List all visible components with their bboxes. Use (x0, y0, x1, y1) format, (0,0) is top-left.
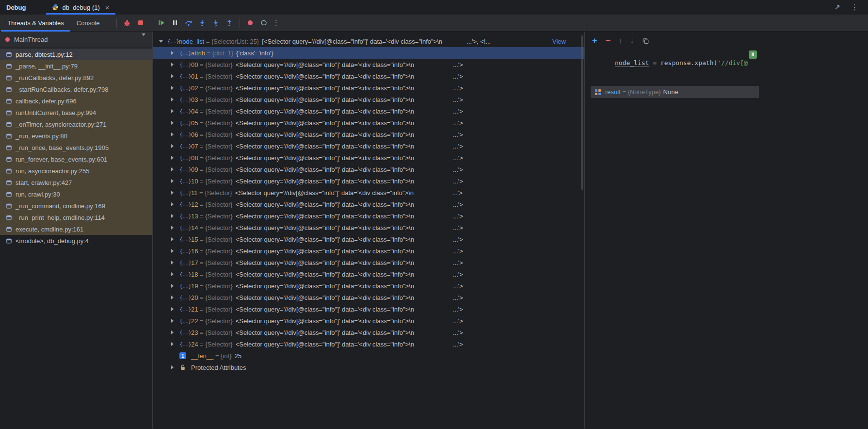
stack-frame-row[interactable]: start, crawler.py:427 (0, 177, 152, 188)
stack-frame-row[interactable]: run, crawl.py:30 (0, 188, 152, 200)
move-down-icon[interactable]: ↓ (630, 37, 634, 44)
watch-result-row[interactable]: result = {NoneType}None (591, 86, 759, 98)
chevron-right-icon[interactable] (171, 167, 179, 171)
stop-icon[interactable] (134, 16, 147, 29)
selector-row[interactable]: {..} 13 = {Selector} <Selector query='//… (153, 210, 584, 222)
stack-frame-row[interactable]: callback, defer.py:696 (0, 95, 152, 107)
view-breakpoints-icon[interactable] (243, 16, 257, 29)
tab-threads-variables[interactable]: Threads & Variables (1, 15, 70, 32)
selector-row[interactable]: {..} 09 = {Selector} <Selector query='//… (153, 164, 584, 175)
chevron-right-icon[interactable] (171, 156, 179, 160)
mute-breakpoints-icon[interactable] (257, 16, 271, 29)
selector-row[interactable]: {..} 24 = {Selector} <Selector query='//… (153, 338, 584, 350)
stack-frame-row[interactable]: _run_print_help, cmdline.py:114 (0, 212, 152, 223)
chevron-right-icon[interactable] (171, 86, 179, 90)
chevron-down-icon[interactable] (159, 40, 167, 43)
rerun-debug-icon[interactable] (120, 16, 134, 29)
selector-row[interactable]: {..} 06 = {Selector} <Selector query='//… (153, 129, 584, 140)
step-into-icon[interactable] (195, 16, 209, 29)
variable-row-protected-attributes[interactable]: Protected Attributes (153, 362, 584, 373)
chevron-right-icon[interactable] (171, 98, 179, 101)
stack-frame-row[interactable]: _run_once, base_events.py:1905 (0, 142, 152, 153)
variable-row-attrib[interactable]: {..} attrib = {dict: 1} {'class': 'info'… (153, 47, 584, 59)
chevron-right-icon[interactable] (171, 319, 179, 323)
step-out-icon[interactable] (223, 16, 236, 29)
view-link[interactable]: View (552, 38, 566, 45)
selector-row[interactable]: {..} 04 = {Selector} <Selector query='//… (153, 105, 584, 117)
chevron-right-icon[interactable] (171, 330, 179, 334)
chevron-right-icon[interactable] (171, 51, 179, 55)
scrollbar[interactable] (581, 35, 583, 190)
thread-selector[interactable]: MainThread (0, 32, 152, 48)
chevron-right-icon[interactable] (171, 284, 179, 288)
variable-row-len[interactable]: 1 __len__ = {int} 25 (153, 350, 584, 362)
selector-row[interactable]: {..} 20 = {Selector} <Selector query='//… (153, 292, 584, 303)
selector-row[interactable]: {..} 17 = {Selector} <Selector query='//… (153, 257, 584, 268)
chevron-right-icon[interactable] (171, 109, 179, 113)
chevron-down-icon[interactable] (142, 36, 145, 43)
bookmark-icon[interactable] (749, 50, 757, 59)
stack-frame-row[interactable]: run, asyncioreactor.py:255 (0, 165, 152, 177)
selector-row[interactable]: {..} 05 = {Selector} <Selector query='//… (153, 117, 584, 129)
selector-row[interactable]: {..} 23 = {Selector} <Selector query='//… (153, 327, 584, 338)
selector-row[interactable]: {..} 03 = {Selector} <Selector query='//… (153, 94, 584, 105)
step-over-icon[interactable] (182, 16, 195, 29)
chevron-right-icon[interactable] (171, 226, 179, 230)
stack-frame-row[interactable]: runUntilCurrent, base.py:994 (0, 107, 152, 118)
selector-row[interactable]: {..} 01 = {Selector} <Selector query='//… (153, 70, 584, 82)
remove-watch-icon[interactable]: − (606, 36, 611, 45)
chevron-right-icon[interactable] (171, 74, 179, 78)
selector-row[interactable]: {..} 11 = {Selector} <Selector query='//… (153, 187, 584, 198)
chevron-right-icon[interactable] (171, 237, 179, 241)
selector-row[interactable]: {..} 10 = {Selector} <Selector query='//… (153, 175, 584, 187)
stack-frame-row[interactable]: run_forever, base_events.py:601 (0, 153, 152, 165)
chevron-right-icon[interactable] (171, 365, 179, 369)
selector-row[interactable]: {..} 16 = {Selector} <Selector query='//… (153, 245, 584, 257)
chevron-right-icon[interactable] (171, 249, 179, 253)
move-up-icon[interactable]: ↑ (619, 37, 622, 44)
selector-row[interactable]: {..} 12 = {Selector} <Selector query='//… (153, 198, 584, 210)
selector-row[interactable]: {..} 00 = {Selector} <Selector query='//… (153, 59, 584, 70)
editor-tab[interactable]: db_debug (1) × (46, 0, 115, 15)
chevron-right-icon[interactable] (171, 63, 179, 66)
selector-row[interactable]: {..} 08 = {Selector} <Selector query='//… (153, 152, 584, 164)
stack-frame-row[interactable]: _parse, __init__.py:79 (0, 60, 152, 72)
selector-row[interactable]: {..} 19 = {Selector} <Selector query='//… (153, 280, 584, 292)
resume-icon[interactable] (155, 16, 168, 29)
stack-frame-row[interactable]: _run_command, cmdline.py:169 (0, 200, 152, 212)
selector-row[interactable]: {..} 14 = {Selector} <Selector query='//… (153, 222, 584, 233)
open-in-new-window-icon[interactable]: ↗ (834, 3, 840, 12)
tab-console[interactable]: Console (70, 15, 106, 32)
force-step-into-icon[interactable] (209, 16, 223, 29)
variable-row-node-list[interactable]: {..} node_list = {SelectorList: 25} [<Se… (153, 35, 584, 47)
chevron-right-icon[interactable] (171, 144, 179, 148)
watch-expression[interactable]: node_list = response.xpath('//div[@ (585, 50, 868, 86)
stack-frame-row[interactable]: _run, events.py:80 (0, 130, 152, 142)
chevron-right-icon[interactable] (171, 214, 179, 218)
more-icon[interactable]: ⋮ (851, 3, 858, 12)
close-icon[interactable]: × (105, 4, 110, 11)
chevron-right-icon[interactable] (171, 261, 179, 264)
pause-icon[interactable] (168, 16, 182, 29)
selector-row[interactable]: {..} 15 = {Selector} <Selector query='//… (153, 233, 584, 245)
selector-row[interactable]: {..} 18 = {Selector} <Selector query='//… (153, 268, 584, 280)
chevron-right-icon[interactable] (171, 191, 179, 195)
stack-frame-row[interactable]: _runCallbacks, defer.py:892 (0, 72, 152, 83)
selector-row[interactable]: {..} 21 = {Selector} <Selector query='//… (153, 303, 584, 315)
stack-frame-row[interactable]: parse, dbtest1.py:12 (0, 49, 152, 60)
chevron-right-icon[interactable] (171, 121, 179, 125)
stack-frame-row[interactable]: _onTimer, asyncioreactor.py:271 (0, 118, 152, 130)
selector-row[interactable]: {..} 07 = {Selector} <Selector query='//… (153, 140, 584, 152)
stack-frame-row[interactable]: execute, cmdline.py:161 (0, 223, 152, 235)
chevron-right-icon[interactable] (171, 296, 179, 299)
chevron-right-icon[interactable] (171, 132, 179, 136)
more-icon[interactable]: ⋮ (271, 18, 282, 27)
chevron-right-icon[interactable] (171, 307, 179, 311)
chevron-right-icon[interactable] (171, 272, 179, 276)
add-watch-icon[interactable]: + (592, 36, 597, 45)
chevron-right-icon[interactable] (171, 179, 179, 183)
chevron-right-icon[interactable] (171, 202, 179, 206)
selector-row[interactable]: {..} 02 = {Selector} <Selector query='//… (153, 82, 584, 94)
chevron-right-icon[interactable] (171, 342, 179, 346)
stack-frame-row[interactable]: _startRunCallbacks, defer.py:798 (0, 83, 152, 95)
